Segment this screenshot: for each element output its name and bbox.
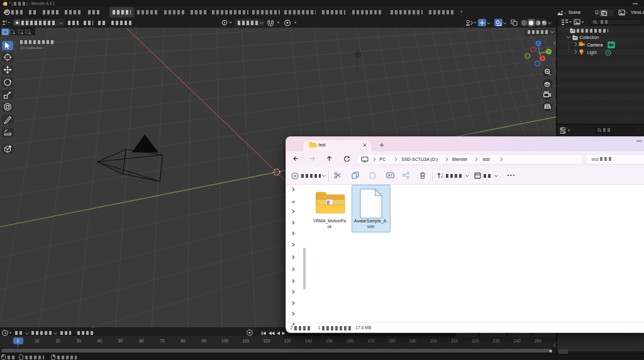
svg-text:Y: Y <box>547 50 550 53</box>
svg-text:Z: Z <box>537 41 540 45</box>
svg-text:X: X <box>541 57 544 60</box>
